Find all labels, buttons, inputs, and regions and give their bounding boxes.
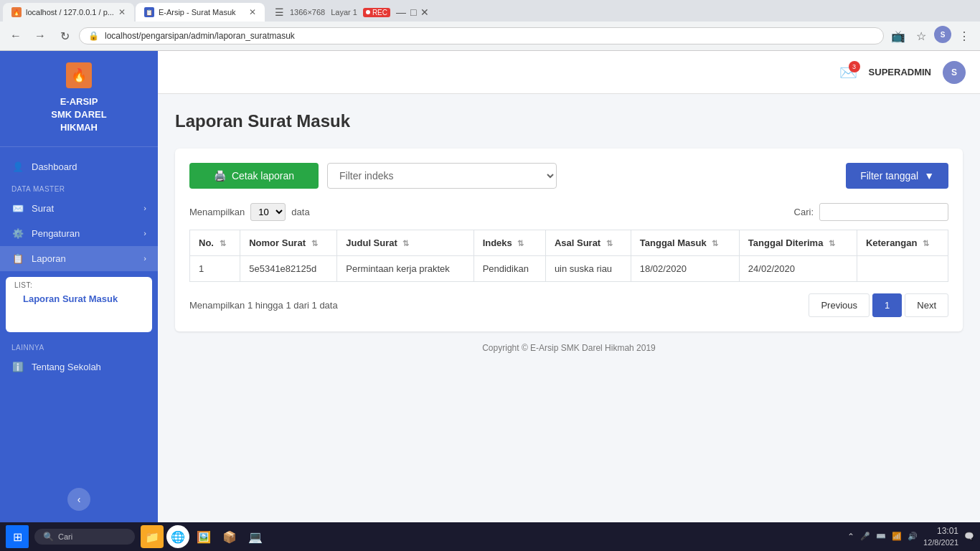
show-entries-label: Menampilkan	[189, 207, 245, 217]
tray-up-arrow[interactable]: ⌃	[847, 532, 854, 542]
sidebar-item-surat-label: Surat	[32, 203, 54, 214]
col-tanggal-masuk[interactable]: Tanggal Masuk ⇅	[631, 230, 739, 256]
tab1-close[interactable]: ✕	[118, 7, 126, 17]
address-bar[interactable]: 🔒 localhost/pengarsipan/admin/laporan_su…	[79, 27, 884, 44]
topbar: ✉️ 3 SUPERADMIN S	[158, 51, 980, 94]
sidebar-collapse-button[interactable]: ‹	[67, 488, 90, 511]
col-tanggal-masuk-sort-icon: ⇅	[712, 239, 718, 248]
dropdown-arrow-icon: ▼	[924, 170, 934, 182]
next-button[interactable]: Next	[905, 293, 948, 317]
search-bar: Cari:	[794, 203, 948, 221]
sidebar-section-data-master: DATA MASTER	[0, 179, 158, 196]
forward-button[interactable]: →	[30, 26, 50, 46]
taskbar-time: 13:01	[923, 526, 958, 537]
show-entries-suffix: data	[291, 207, 309, 217]
sidebar-item-surat[interactable]: ✉️ Surat ›	[0, 196, 158, 221]
bookmark-button[interactable]: ☆	[911, 26, 931, 46]
browser-action-buttons: 📺 ☆ S ⋮	[888, 26, 974, 46]
printer-icon: 🖨️	[214, 170, 226, 182]
laporan-icon: 📋	[11, 253, 24, 264]
tab2-close[interactable]: ✕	[249, 7, 256, 17]
notification-bell[interactable]: ✉️ 3	[839, 64, 857, 81]
col-asal-surat[interactable]: Asal Surat ⇅	[545, 230, 631, 256]
browser-profile-avatar[interactable]: S	[934, 26, 951, 43]
previous-button[interactable]: Previous	[809, 293, 870, 317]
taskbar-photos[interactable]: 🖼️	[192, 525, 215, 548]
col-indeks[interactable]: Indeks ⇅	[473, 230, 545, 256]
sidebar-submenu-box: LIST: Laporan Surat Masuk Laporan Surat …	[6, 277, 152, 332]
search-input[interactable]	[819, 203, 948, 221]
dashboard-icon: 👤	[11, 161, 24, 172]
footer-text: Copyright © E-Arsip SMK Darel Hikmah 201…	[482, 343, 656, 353]
resolution-label: 980×551	[290, 8, 325, 17]
tray-volume-icon: 🔊	[908, 532, 918, 541]
sidebar-item-dashboard[interactable]: 👤 Dashboard	[0, 154, 158, 179]
browser-tab-1[interactable]: 🔥 localhost / 127.0.0.1 / p... ✕	[3, 3, 134, 22]
rec-badge: REC	[363, 8, 390, 17]
maximize-btn[interactable]: □	[410, 6, 416, 18]
filter-indeks-select[interactable]: Filter indeks	[327, 163, 557, 189]
cell-indeks: Pendidikan	[473, 256, 545, 282]
start-button[interactable]: ⊞	[6, 525, 29, 548]
sidebar-section-lainnya: LAINNYA	[0, 338, 158, 354]
pagination-controls: Previous 1 Next	[809, 293, 948, 317]
col-keterangan[interactable]: Keterangan ⇅	[857, 230, 948, 256]
cell-tanggal-masuk: 18/02/2020	[631, 256, 739, 282]
col-judul-surat-label: Judul Surat	[346, 237, 397, 248]
taskbar-file-explorer[interactable]: 📁	[141, 525, 164, 548]
taskbar-search-label: Cari	[58, 532, 72, 541]
col-tanggal-diterima-sort-icon: ⇅	[829, 239, 835, 248]
sidebar-item-tentang-label: Tentang Sekolah	[32, 362, 101, 372]
windows-icon: ⊞	[13, 530, 22, 544]
browser-controls[interactable]: — □ ✕	[396, 6, 429, 18]
taskbar-vscode[interactable]: 💻	[244, 525, 267, 548]
sidebar-submenu-surat-masuk[interactable]: Laporan Surat Masuk	[14, 289, 143, 309]
taskbar-date: 12/8/2021	[923, 537, 958, 547]
main-card: 🖨️ Cetak laporan Filter indeks Filter ta…	[175, 149, 963, 331]
filter-tanggal-button[interactable]: Filter tanggal ▼	[846, 163, 948, 189]
sidebar-list-label: LIST:	[14, 281, 143, 289]
screen-cast-button[interactable]: 📺	[888, 26, 908, 46]
close-btn[interactable]: ✕	[420, 6, 429, 18]
cell-nomor-surat: 5e5341e82125d	[240, 256, 337, 282]
table-body: 15e5341e82125dPermintaan kerja praktekPe…	[190, 256, 948, 282]
sidebar-item-tentang-sekolah[interactable]: ℹ️ Tentang Sekolah	[0, 354, 158, 380]
back-button[interactable]: ←	[6, 26, 26, 46]
browser-menu-button[interactable]: ⋮	[954, 26, 974, 46]
taskbar-software[interactable]: 📦	[218, 525, 241, 548]
col-keterangan-sort-icon: ⇅	[923, 239, 929, 248]
brand-icon: 🔥	[66, 62, 92, 88]
taskbar-search[interactable]: 🔍 Cari	[34, 529, 135, 545]
laporan-arrow-icon: ›	[143, 254, 146, 263]
notification-badge: 3	[849, 61, 860, 72]
taskbar-clock-display[interactable]: 13:01 12/8/2021	[923, 526, 958, 547]
page-1-button[interactable]: 1	[872, 293, 902, 317]
show-entries: Menampilkan 10 data	[189, 203, 310, 221]
refresh-button[interactable]: ↻	[55, 26, 75, 46]
tab1-favicon: 🔥	[11, 7, 22, 17]
search-icon: 🔍	[43, 532, 54, 542]
taskbar-chrome[interactable]: 🌐	[166, 525, 189, 548]
col-judul-surat[interactable]: Judul Surat ⇅	[337, 230, 473, 256]
col-nomor-surat[interactable]: Nomor Surat ⇅	[240, 230, 337, 256]
topbar-username[interactable]: SUPERADMIN	[869, 67, 931, 77]
entries-per-page-select[interactable]: 10	[250, 203, 286, 221]
minimize-btn[interactable]: —	[396, 6, 406, 18]
col-asal-surat-label: Asal Surat	[555, 237, 600, 248]
surat-icon: ✉️	[11, 203, 24, 214]
tray-keyboard-icon: ⌨️	[876, 532, 886, 541]
sidebar-item-pengaturan-label: Pengaturan	[32, 228, 80, 239]
cell-judul-surat: Permintaan kerja praktek	[337, 256, 473, 282]
print-button[interactable]: 🖨️ Cetak laporan	[189, 163, 319, 189]
notification-center-icon[interactable]: 🗨️	[964, 532, 974, 541]
print-button-label: Cetak laporan	[232, 170, 294, 182]
tab-options-icon[interactable]: ☰	[275, 6, 284, 18]
topbar-avatar[interactable]: S	[943, 61, 966, 84]
sidebar-nav: 👤 Dashboard DATA MASTER ✉️ Surat › ⚙️ Pe…	[0, 147, 158, 476]
sidebar-item-laporan[interactable]: 📋 Laporan ›	[0, 246, 158, 271]
col-tanggal-diterima[interactable]: Tanggal Diterima ⇅	[739, 230, 857, 256]
browser-tab-2[interactable]: 📋 E-Arsip - Surat Masuk ✕	[136, 3, 265, 22]
col-no[interactable]: No. ⇅	[190, 230, 240, 256]
sidebar-submenu-surat-keluar[interactable]: Laporan Surat Keluar	[14, 309, 143, 328]
sidebar-item-pengaturan[interactable]: ⚙️ Pengaturan ›	[0, 221, 158, 246]
